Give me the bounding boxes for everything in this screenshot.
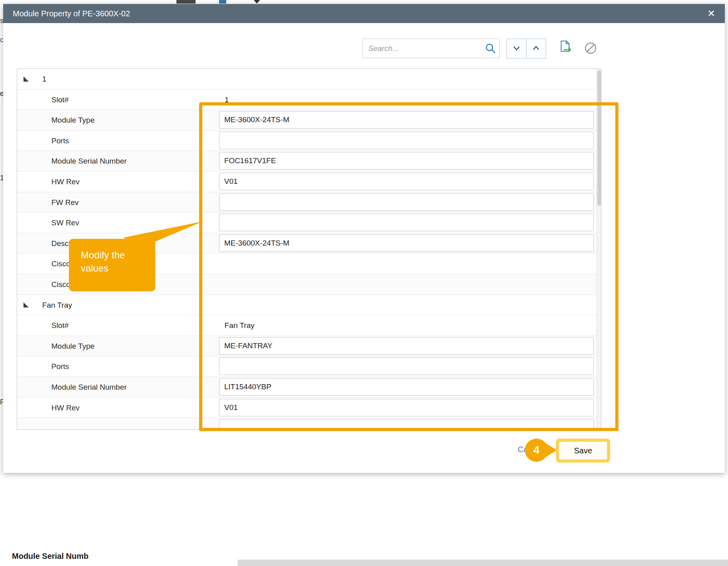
property-label: Module Serial Number: [51, 151, 127, 172]
property-label: Module Type: [51, 336, 94, 357]
background-text-fragment: F: [0, 398, 3, 406]
property-label: SW Rev: [51, 213, 79, 233]
background-text-fragment: s: [0, 17, 3, 25]
property-label: Module Type: [51, 110, 94, 131]
group-label: 1: [42, 69, 47, 90]
property-label: HW Rev: [51, 172, 80, 192]
annotation-callout: Modify the values: [69, 239, 155, 291]
save-button-highlight: Save: [556, 439, 610, 463]
search-icon[interactable]: [485, 43, 497, 56]
property-label: Cisco: [51, 254, 70, 274]
background-text-fragment: e: [0, 90, 3, 98]
chevron-up-icon: [530, 43, 542, 55]
property-label: HW Rev: [51, 398, 80, 418]
annotation-arrow-icon: [545, 443, 557, 458]
background-text-fragment: ci: [0, 36, 3, 44]
background-page-bottom: Module Serial Numb: [0, 473, 728, 566]
export-file-icon: [558, 49, 573, 55]
group-collapse-icon[interactable]: [23, 303, 29, 308]
property-label: FW Rev: [51, 192, 79, 213]
group-collapse-icon[interactable]: [23, 76, 29, 82]
chevron-down-icon: [511, 43, 522, 55]
dialog-title: Module Property of PE-3600X-02: [13, 9, 130, 18]
clear-filter-button[interactable]: [584, 41, 597, 56]
background-text-fragment: 1: [0, 174, 3, 182]
save-button[interactable]: Save: [559, 441, 607, 460]
group-row[interactable]: 1: [17, 69, 601, 90]
property-label: Slot#: [51, 315, 68, 336]
collapse-all-button[interactable]: [507, 39, 526, 59]
background-field-label: Module Serial Numb: [12, 552, 88, 561]
background-toolbar-fragment: [176, 0, 196, 4]
expand-all-button[interactable]: [526, 39, 546, 59]
search-input[interactable]: [362, 39, 500, 58]
group-label: Fan Tray: [42, 295, 72, 316]
background-table-strip: [238, 560, 728, 566]
annotation-highlight-box: [199, 102, 618, 431]
property-label: Slot#: [51, 90, 68, 110]
dialog-header: Module Property of PE-3600X-02 ✕: [3, 4, 725, 23]
property-label: Ports: [51, 356, 69, 377]
export-button[interactable]: [558, 40, 573, 55]
close-icon[interactable]: ✕: [707, 9, 715, 18]
search-box: [362, 39, 500, 58]
slash-circle-icon: [584, 50, 597, 56]
property-label: Ports: [51, 131, 69, 151]
background-dropdown-caret-icon: [254, 0, 260, 4]
property-label: Cisco: [51, 274, 70, 295]
collapse-expand-buttons: [507, 39, 546, 59]
background-toolbar-icon: [219, 0, 226, 4]
property-label: Module Serial Number: [51, 377, 127, 398]
